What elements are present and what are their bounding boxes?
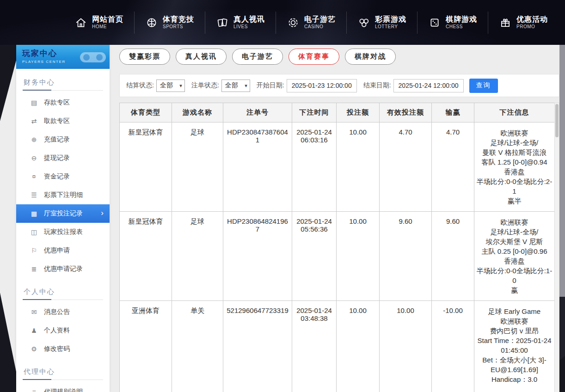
col-bet-amount: 投注额 [337,103,380,122]
sidebar-item-recharge-records[interactable]: ⊕充值记录 [16,130,110,149]
home-icon [74,16,87,29]
cell-sport-type: 新皇冠体育 [120,212,172,301]
bet-records-table: 体育类型 游戏名称 注单号 下注时间 投注额 有效投注额 输赢 下注信息 新皇冠… [119,103,555,392]
withdraw-icon: ⇄ [30,117,38,125]
col-win-loss: 输赢 [432,103,474,122]
promo-apply-icon: ⚐ [30,247,38,254]
lottery-details-icon: ☰ [30,191,38,199]
cell-bet-amount: 10.00 [337,301,380,392]
nav-label: 真人视讯 [233,15,265,24]
nav-label: 体育竞技 [163,15,194,24]
document-icon: ≡ [30,388,38,392]
sidebar: 玩家中心 PLAYERS CENTER 财务中心 ▤存款专区 ⇄取款专区 ⊕充值… [16,45,110,392]
nav-sublabel: SPORTS [163,24,194,30]
col-sport-type: 体育类型 [120,103,172,122]
nav-item-casino[interactable]: 电子游艺CASINO [276,12,346,34]
nav-sublabel: LOTTERY [375,24,406,30]
agent-menu: ≡代理规则说明 [16,383,110,392]
tab-live[interactable]: 真人视讯 [176,49,227,65]
cell-sport-type: 新皇冠体育 [120,122,172,212]
col-game-name: 游戏名称 [172,103,223,122]
profile-icon: ♟ [30,327,38,334]
nav-item-lottery[interactable]: 彩票游戏LOTTERY [346,12,417,34]
col-valid-amount: 有效投注额 [380,103,432,122]
sidebar-item-label: 彩票下注明细 [44,191,83,199]
room-bet-icon: ▦ [30,210,38,217]
sidebar-item-agent-rules[interactable]: ≡代理规则说明 [16,383,110,392]
sidebar-item-label: 资金记录 [44,172,70,181]
nav-sublabel: PROMO [516,24,548,30]
tab-sports[interactable]: 体育赛事 [289,49,339,65]
gift-icon [499,16,512,29]
cell-bet-time: 2025-01-24 03:48:38 [292,301,337,392]
sidebar-item-label: 玩家投注报表 [44,228,83,236]
nav-sublabel: CHESS [446,24,477,30]
tab-lottery[interactable]: 雙赢彩票 [119,49,170,65]
cell-win-loss: 9.60 [432,212,474,301]
sidebar-item-withdrawal-records[interactable]: ⊖提现记录 [16,149,110,167]
sidebar-item-funds-records[interactable]: ¤资金记录 [16,167,110,186]
sidebar-item-promo-application[interactable]: ⚐优惠申请 [16,241,110,260]
search-button[interactable]: 查询 [469,79,498,93]
end-date-input[interactable] [393,79,464,92]
sidebar-item-lottery-bet-details[interactable]: ☰彩票下注明细 [16,186,110,204]
nav-item-sports[interactable]: 体育竞技SPORTS [134,12,205,34]
nav-item-lives[interactable]: 真人视讯LIVES [205,12,276,34]
nav-label: 电子游艺 [304,15,336,24]
cell-order-number: HDP2308648241967 [223,212,292,301]
nav-item-chess[interactable]: 棋牌游戏CHESS [417,12,488,34]
nav-sublabel: CASINO [304,24,336,30]
sidebar-item-label: 优惠申请记录 [44,265,83,273]
sidebar-item-messages[interactable]: ✉消息公告 [16,303,110,321]
section-title-finance: 财务中心 [23,78,103,91]
lottery-balls-icon [357,16,370,29]
tab-chess[interactable]: 棋牌对战 [345,49,396,65]
tab-casino[interactable]: 电子游艺 [232,49,283,65]
table-scrollbar-thumb[interactable] [555,104,559,137]
sidebar-item-label: 取款专区 [44,117,70,125]
sidebar-item-label: 充值记录 [44,135,70,144]
section-title-agent: 代理中心 [23,368,103,380]
nav-sublabel: LIVES [233,24,265,30]
sidebar-item-label: 消息公告 [44,308,70,316]
cell-game-name: 足球 [172,122,223,212]
cell-bet-time: 2025-01-24 05:56:36 [292,212,337,301]
cell-win-loss: -10.00 [432,301,474,392]
sidebar-item-withdraw-zone[interactable]: ⇄取款专区 [16,112,110,130]
cell-order-number: 5212960647723319 [223,301,292,392]
bet-records-table-wrap: 体育类型 游戏名称 注单号 下注时间 投注额 有效投注额 输赢 下注信息 新皇冠… [119,103,559,392]
sidebar-item-promo-application-records[interactable]: ≣优惠申请记录 [16,260,110,278]
main-content: 雙赢彩票 真人视讯 电子游艺 体育赛事 棋牌对战 结算状态: 全部 注单状态: … [119,45,559,392]
settle-status-label: 结算状态: [126,81,154,90]
cell-bet-amount: 10.00 [337,212,380,301]
sidebar-item-deposit-zone[interactable]: ▤存款专区 [16,93,110,112]
sidebar-item-label: 厅室投注记录 [44,209,83,218]
sidebar-item-room-bet-records[interactable]: ▦厅室投注记录 [16,204,110,223]
col-bet-info: 下注信息 [474,103,555,122]
table-row: 新皇冠体育 足球 HDP2308473876041 2025-01-24 06:… [120,122,555,212]
nav-item-home[interactable]: 网站首页HOME [64,12,134,34]
section-title-personal: 个人中心 [23,288,103,300]
withdrawal-record-icon: ⊖ [30,154,38,162]
table-scrollbar-track [554,103,559,392]
sidebar-item-profile[interactable]: ♟个人资料 [16,321,110,340]
settle-status-select[interactable]: 全部 [156,80,185,92]
cell-win-loss: 4.70 [432,122,474,212]
table-row: 新皇冠体育 足球 HDP2308648241967 2025-01-24 05:… [120,212,555,301]
cell-valid-amount: 10.00 [380,301,432,392]
sidebar-item-change-password[interactable]: ⚙修改密码 [16,340,110,358]
top-navigation-bar: 网站首页HOME 体育竞技SPORTS 真人视讯LIVES 电子游艺CASINO [0,0,565,45]
start-date-label: 开始日期: [257,81,284,90]
dice-icon [428,16,441,29]
order-status-select[interactable]: 全部 [221,80,250,92]
sports-ball-icon [145,16,158,29]
sidebar-item-label: 个人资料 [44,326,70,335]
table-header-row: 体育类型 游戏名称 注单号 下注时间 投注额 有效投注额 输赢 下注信息 [120,103,555,122]
filter-bar: 结算状态: 全部 注单状态: 全部 开始日期: 结束日期: 查询 [119,74,559,97]
start-date-input[interactable] [287,79,357,92]
nav-item-promo[interactable]: 优惠活动PROMO [488,12,559,34]
main-nav: 网站首页HOME 体育竞技SPORTS 真人视讯LIVES 电子游艺CASINO [64,0,559,45]
sidebar-item-player-bet-report[interactable]: ◫玩家投注报表 [16,223,110,241]
end-date-label: 结束日期: [363,81,391,90]
cell-order-number: HDP2308473876041 [223,122,292,212]
